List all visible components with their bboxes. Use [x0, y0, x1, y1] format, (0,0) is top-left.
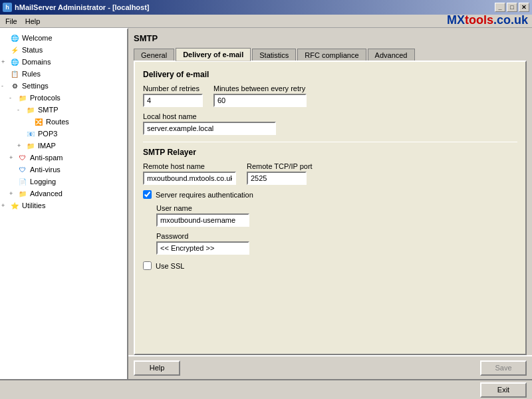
relayer-section-title: SMTP Relayer [143, 148, 517, 157]
rules-icon: 📋 [9, 68, 20, 79]
minimize-button[interactable]: _ [495, 3, 505, 12]
sidebar-label-advanced: Advanced [30, 190, 63, 198]
content-area: SMTP General Delivery of e-mail Statisti… [128, 28, 532, 355]
expander-utilities: + [1, 202, 9, 209]
body-wrapper: 🌐 Welcome ⚡ Status + 🌐 Domains 📋 Rules [0, 28, 532, 379]
tab-advanced[interactable]: Advanced [368, 49, 415, 61]
remote-host-input[interactable] [143, 172, 236, 185]
expander-status [1, 47, 9, 53]
retries-label: Number of retries [143, 84, 203, 92]
tab-content: Delivery of e-mail Number of retries Min… [134, 61, 527, 355]
sidebar-item-pop3[interactable]: 📧 POP3 [0, 128, 127, 140]
ssl-checkbox-row: Use SSL [143, 261, 517, 270]
tab-delivery[interactable]: Delivery of e-mail [176, 48, 251, 61]
right-panel: SMTP General Delivery of e-mail Statisti… [128, 28, 532, 379]
panel-title: SMTP [134, 33, 527, 43]
auth-checkbox-row: Server requires authentication [143, 190, 517, 199]
sidebar-item-advanced[interactable]: + 📁 Advanced [0, 188, 127, 200]
remote-port-input[interactable] [247, 172, 307, 185]
delivery-section-title: Delivery of e-mail [143, 70, 517, 79]
sidebar-label-logging: Logging [30, 178, 56, 186]
remote-host-label: Remote host name [143, 162, 236, 170]
maximize-button[interactable]: □ [507, 3, 517, 12]
minutes-label: Minutes between every retry [213, 84, 307, 92]
minutes-input[interactable] [213, 94, 307, 107]
expander-settings: - [1, 82, 9, 89]
sidebar-item-utilities[interactable]: + ⭐ Utilities [0, 200, 127, 211]
expander-pop3 [17, 130, 25, 137]
expander-welcome [1, 35, 9, 41]
tab-general[interactable]: General [134, 49, 174, 61]
window-title: hMailServer Administrator - [localhost] [15, 3, 150, 11]
tab-rfc[interactable]: RFC compliance [297, 49, 366, 61]
menu-file[interactable]: File [1, 16, 21, 27]
tab-statistics[interactable]: Statistics [252, 49, 296, 61]
localhost-input[interactable] [143, 122, 276, 135]
save-button[interactable]: Save [480, 360, 527, 376]
titlebar: h hMailServer Administrator - [localhost… [0, 0, 532, 15]
close-button[interactable]: ✕ [519, 3, 529, 12]
menu-help[interactable]: Help [21, 16, 45, 27]
sidebar-item-settings[interactable]: - ⚙ Settings [0, 80, 127, 92]
globe-icon: 🌐 [9, 33, 20, 43]
sidebar-label-welcome: Welcome [22, 34, 53, 42]
sidebar-item-antispam[interactable]: + 🛡 Anti-spam [0, 152, 127, 164]
retries-row: Number of retries Minutes between every … [143, 84, 517, 107]
password-label: Password [156, 232, 517, 240]
auth-label: Server requires authentication [156, 191, 253, 199]
expander-antispam: + [9, 154, 17, 161]
sidebar-label-imap: IMAP [38, 142, 56, 150]
localhost-group: Local host name [143, 112, 517, 135]
minutes-group: Minutes between every retry [213, 84, 307, 107]
remote-host-group: Remote host name [143, 162, 236, 185]
sidebar-item-imap[interactable]: + 📁 IMAP [0, 140, 127, 152]
auth-checkbox[interactable] [143, 190, 152, 199]
antivirus-icon: 🛡 [17, 164, 28, 175]
sidebar-label-rules: Rules [22, 70, 41, 78]
sidebar-item-routes[interactable]: 🔀 Routes [0, 116, 127, 128]
username-input[interactable] [156, 213, 249, 227]
sidebar-label-status: Status [22, 46, 43, 54]
exit-button[interactable]: Exit [480, 382, 527, 398]
sidebar-label-antivirus: Anti-virus [30, 166, 61, 174]
protocols-icon: 📁 [17, 92, 28, 103]
sidebar-item-domains[interactable]: + 🌐 Domains [0, 56, 127, 68]
sidebar-item-protocols[interactable]: - 📁 Protocols [0, 92, 127, 104]
sidebar: 🌐 Welcome ⚡ Status + 🌐 Domains 📋 Rules [0, 28, 128, 379]
app-icon: h [3, 3, 12, 12]
expander-rules [1, 70, 9, 77]
utilities-icon: ⭐ [9, 200, 20, 211]
remote-port-group: Remote TCP/IP port [247, 162, 313, 185]
pop3-icon: 📧 [25, 128, 36, 139]
brand-logo: MXtools.co.uk [447, 13, 528, 27]
sidebar-item-welcome[interactable]: 🌐 Welcome [0, 32, 127, 44]
sidebar-label-domains: Domains [22, 58, 51, 66]
help-button[interactable]: Help [134, 360, 180, 376]
ssl-label: Use SSL [156, 262, 184, 270]
retries-input[interactable] [143, 94, 203, 107]
ssl-checkbox[interactable] [143, 261, 152, 270]
remote-row: Remote host name Remote TCP/IP port [143, 162, 517, 185]
logging-icon: 📄 [17, 176, 28, 187]
routes-icon: 🔀 [33, 116, 44, 127]
expander-advanced: + [9, 190, 17, 197]
brand-mx: MX [447, 13, 465, 27]
sidebar-label-utilities: Utilities [22, 201, 45, 209]
titlebar-controls: _ □ ✕ [495, 3, 529, 12]
bottom-bar: Help Save [128, 355, 532, 379]
exit-bar: Exit [0, 379, 532, 399]
antispam-icon: 🛡 [17, 152, 28, 163]
tab-bar: General Delivery of e-mail Statistics RF… [134, 47, 527, 61]
expander-protocols: - [9, 94, 17, 101]
sidebar-label-antispam: Anti-spam [30, 154, 63, 162]
sidebar-item-status[interactable]: ⚡ Status [0, 44, 127, 56]
sidebar-item-rules[interactable]: 📋 Rules [0, 68, 127, 80]
sidebar-item-logging[interactable]: 📄 Logging [0, 176, 127, 188]
sidebar-item-antivirus[interactable]: 🛡 Anti-virus [0, 164, 127, 176]
password-group: Password [156, 232, 517, 255]
sidebar-item-smtp[interactable]: - 📁 SMTP [0, 104, 127, 116]
brand-domain: .co.uk [493, 13, 528, 27]
localhost-label: Local host name [143, 112, 517, 120]
brand-tools: tools [465, 13, 493, 27]
password-input[interactable] [156, 241, 249, 255]
